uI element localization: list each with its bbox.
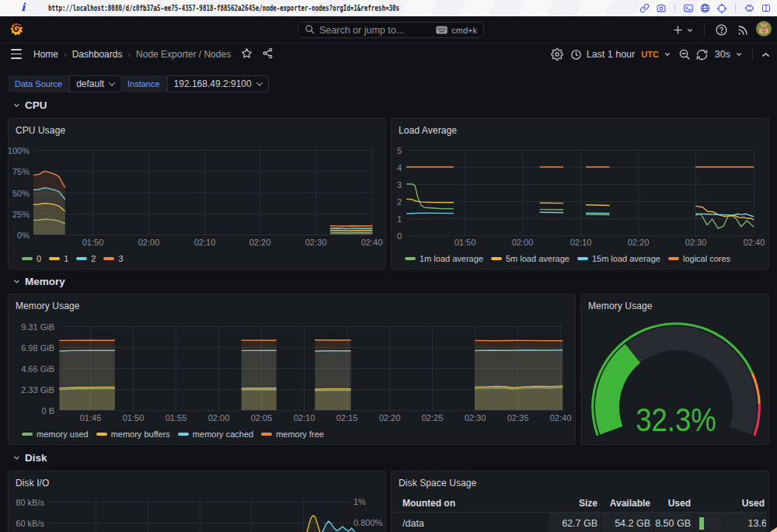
chart-mem[interactable]: 0 B2.33 GiB4.66 GiB6.98 GiB9.31 GiB01:45… <box>9 294 575 444</box>
puzzle-icon[interactable] <box>744 3 755 13</box>
table-cell: 13.6% <box>694 513 766 532</box>
chart-cpu[interactable]: 0%25%50%75%100%01:5002:0002:1002:2002:30… <box>9 119 385 269</box>
chevron-down-icon <box>12 454 21 462</box>
menu-toggle-icon[interactable] <box>11 49 22 59</box>
x-axis-tick-label: 02:20 <box>249 238 271 247</box>
mouse-cursor <box>768 526 777 532</box>
crosshair-icon[interactable] <box>716 3 727 14</box>
zoom-out-icon[interactable] <box>677 44 692 64</box>
grafana-top-nav: Search or jump to... cmd+k <box>0 16 777 43</box>
panel-load-average: Load Average 1m load average5m load aver… <box>391 118 769 269</box>
search-input[interactable]: Search or jump to... cmd+k <box>298 22 484 38</box>
x-axis-tick-label: 02:40 <box>361 238 383 247</box>
column-header[interactable]: Available <box>601 495 653 512</box>
section-disk[interactable]: Disk <box>12 452 47 464</box>
chart-diskio[interactable]: 80 kB/s60 kB/s1%0.800% <box>9 471 385 532</box>
globe-icon[interactable] <box>700 3 710 13</box>
column-header[interactable]: Size <box>548 495 601 512</box>
star-icon[interactable] <box>241 47 253 61</box>
search-shortcut: cmd+k <box>436 26 477 35</box>
link-icon[interactable] <box>639 3 650 13</box>
series-line <box>586 205 610 206</box>
y-axis-tick-label: 50% <box>12 189 30 198</box>
gauge-value: 32.3% <box>636 401 716 437</box>
table-cell: /data <box>392 513 548 532</box>
avatar[interactable] <box>756 21 772 40</box>
breadcrumb: Home › Dashboards › Node Exporter / Node… <box>33 43 274 65</box>
panel-title[interactable]: Disk Space Usage <box>399 478 476 489</box>
series-fill <box>59 340 114 410</box>
table-header: Mounted onSizeAvailableUsedUsed <box>392 495 766 513</box>
add-button[interactable] <box>671 20 695 40</box>
x-axis-tick-label: 02:20 <box>628 238 650 247</box>
column-header[interactable]: Mounted on <box>392 495 548 512</box>
table-row[interactable]: /data62.7 GB54.2 GB8.50 GB13.6% <box>392 513 766 532</box>
gridlines <box>406 150 754 236</box>
variable-value-dropdown[interactable]: 192.168.49.2:9100 <box>167 75 269 92</box>
breadcrumb-dashboards[interactable]: Dashboards <box>72 49 123 60</box>
used-bar-gauge <box>699 517 721 530</box>
terminal-icon[interactable] <box>683 3 694 13</box>
columns-icon[interactable] <box>761 3 771 13</box>
x-axis-tick-label: 02:35 <box>507 413 529 422</box>
series-line <box>406 213 454 214</box>
share-icon[interactable] <box>262 47 274 61</box>
y-axis-tick-label: 0 B <box>41 406 54 416</box>
help-icon[interactable] <box>713 20 730 40</box>
time-range-picker[interactable]: Last 1 hour UTC <box>567 49 674 61</box>
x-axis-tick-label: 02:00 <box>512 238 534 247</box>
info-icon: i <box>21 1 25 13</box>
y-axis-tick-label: 4 <box>397 163 402 172</box>
breadcrumb-home[interactable]: Home <box>33 49 58 60</box>
x-axis-tick-label: 01:45 <box>80 413 102 422</box>
timezone-label: UTC <box>641 50 659 59</box>
gridlines <box>49 498 350 532</box>
table-cell: 54.2 GB <box>601 513 653 532</box>
x-axis-tick-label: 01:50 <box>455 238 476 247</box>
divider <box>735 3 736 13</box>
section-memory[interactable]: Memory <box>12 276 65 287</box>
search-placeholder: Search or jump to... <box>319 25 431 36</box>
news-rss-icon[interactable] <box>735 20 751 40</box>
x-axis-tick-label: 01:55 <box>166 413 187 422</box>
section-cpu[interactable]: CPU <box>12 99 47 111</box>
breadcrumb-current: Node Exporter / Nodes <box>136 49 231 60</box>
y-axis-tick-label: 2.33 GiB <box>21 385 54 395</box>
variable-value-dropdown[interactable]: default <box>69 75 121 92</box>
chart-load[interactable]: 01234501:5002:0002:1002:2002:3002:40 <box>392 119 768 269</box>
collapse-icon[interactable] <box>759 44 772 64</box>
series-line <box>406 199 454 202</box>
clock-icon <box>570 49 582 61</box>
x-axis-tick-label: 02:00 <box>138 238 160 247</box>
y-axis-tick-label: 0% <box>17 231 30 240</box>
chevron-right-icon: › <box>64 50 67 59</box>
x-axis-tick-label: 02:40 <box>744 238 765 247</box>
camera-icon[interactable] <box>656 3 667 13</box>
divider <box>704 24 705 36</box>
x-axis-tick-label: 02:10 <box>570 238 592 247</box>
y-axis-tick-label: 25% <box>12 210 30 219</box>
x-axis-tick-label: 02:40 <box>550 413 572 422</box>
x-axis-tick-label: 02:30 <box>685 238 707 247</box>
series-line <box>406 184 454 209</box>
grafana-logo[interactable] <box>10 22 23 40</box>
chevron-down-icon <box>664 50 671 58</box>
column-header[interactable]: Used <box>653 495 694 512</box>
dashboard-settings-icon[interactable] <box>549 44 565 64</box>
chevron-down-icon <box>735 50 743 58</box>
refresh-icon[interactable] <box>695 44 709 64</box>
gauge-memory[interactable]: 32.3% <box>581 294 768 444</box>
y-axis-tick-label: 60 kB/s <box>16 519 44 528</box>
refresh-interval-picker[interactable]: 30s <box>712 49 746 60</box>
y-axis-tick-label: 9.31 GiB <box>21 322 54 332</box>
variable-label: Instance <box>120 75 167 92</box>
x-axis-tick-label: 02:30 <box>465 413 486 422</box>
variable-datasource: Data Source default <box>8 75 121 92</box>
column-header[interactable]: Used <box>694 495 766 512</box>
x-axis-tick-label: 02:15 <box>336 413 358 422</box>
series-fill <box>475 340 563 410</box>
used-bar-fill <box>699 517 704 530</box>
url-text[interactable]: http://localhost:8080/d/c0fb37a5-ee75-43… <box>48 3 399 12</box>
chevron-down-icon <box>12 101 21 110</box>
chevron-right-icon: › <box>127 50 131 59</box>
